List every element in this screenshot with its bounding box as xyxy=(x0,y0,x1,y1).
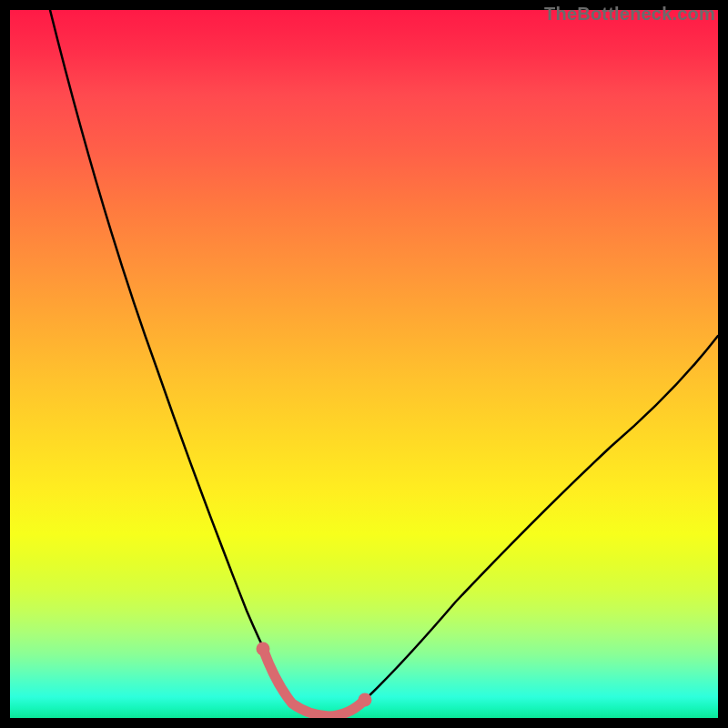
chart-stage: TheBottleneck.com xyxy=(0,0,728,728)
plot-area xyxy=(10,10,718,718)
flat-segment-dot-left xyxy=(257,642,270,656)
curve-right xyxy=(365,336,718,700)
optimal-flat-segment xyxy=(263,649,365,716)
watermark-text: TheBottleneck.com xyxy=(544,4,715,25)
bottleneck-curve xyxy=(50,10,121,258)
curve-left xyxy=(50,10,315,715)
flat-segment-dot-right xyxy=(359,693,372,707)
curve-svg xyxy=(10,10,718,718)
